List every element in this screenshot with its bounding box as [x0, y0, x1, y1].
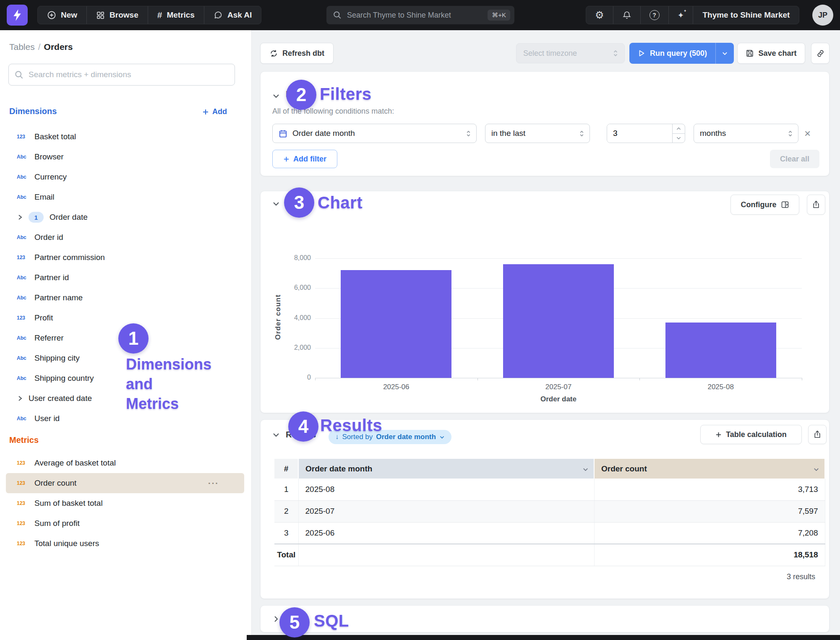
clear-all-button[interactable]: Clear all: [770, 150, 819, 168]
fields-search[interactable]: [8, 64, 235, 86]
sidebar-item-partner-name[interactable]: AbcPartner name: [0, 288, 252, 308]
remove-filter-button[interactable]: ×: [804, 128, 811, 139]
breadcrumb-current: Orders: [44, 42, 73, 52]
filter-value-field[interactable]: [607, 124, 672, 143]
metric-cell[interactable]: 7,208: [594, 522, 825, 544]
bar-chart: Order count Order date 02,0004,0006,0008…: [261, 191, 829, 413]
field-label: Order date: [50, 213, 88, 222]
filter-field-select[interactable]: Order date month: [272, 124, 477, 143]
notifications-button[interactable]: [613, 6, 641, 24]
stepper-down-button[interactable]: [673, 134, 685, 143]
search-icon: [333, 11, 342, 19]
metrics-button[interactable]: # Metrics: [148, 6, 204, 24]
sidebar-item-partner-id[interactable]: AbcPartner id: [0, 268, 252, 288]
metric-cell[interactable]: 7,597: [594, 500, 825, 522]
y-tick-label: 2,000: [273, 344, 311, 351]
results-table-body: 12025-083,71322025-077,59732025-067,208T…: [274, 479, 825, 566]
dimension-cell[interactable]: 2025-07: [298, 500, 594, 522]
annotation-label-3: Chart: [318, 193, 363, 212]
number-field-icon: 123: [17, 520, 29, 526]
chevron-down-icon[interactable]: [813, 466, 819, 475]
sidebar-item-browser[interactable]: AbcBrowser: [0, 147, 252, 167]
stepper-up-button[interactable]: [673, 124, 685, 134]
sidebar-item-order-id[interactable]: AbcOrder id: [0, 227, 252, 247]
expand-sql-chevron[interactable]: [272, 615, 280, 623]
ask-ai-button[interactable]: Ask AI: [204, 6, 261, 24]
chat-sparkle-icon: [214, 10, 223, 20]
sidebar-item-currency[interactable]: AbcCurrency: [0, 167, 252, 187]
chevron-down-icon: [439, 434, 445, 440]
app-logo[interactable]: [7, 5, 28, 26]
settings-button[interactable]: ⚙: [586, 6, 613, 24]
collapse-results-chevron[interactable]: [272, 431, 280, 439]
refresh-dbt-button[interactable]: Refresh dbt: [260, 43, 334, 64]
browse-button[interactable]: Browse: [87, 6, 148, 24]
fields-search-input[interactable]: [29, 70, 229, 79]
plus-circle-icon: [47, 10, 56, 20]
table-row[interactable]: 12025-083,713: [274, 479, 825, 500]
metrics-header: Metrics: [9, 435, 39, 445]
gear-icon: ⚙: [595, 9, 604, 21]
table-row[interactable]: 32025-067,208: [274, 522, 825, 544]
sidebar-item-sum-of-basket-total[interactable]: 123Sum of basket total: [0, 493, 252, 513]
user-avatar[interactable]: JP: [812, 5, 833, 26]
chevron-down-icon[interactable]: [582, 466, 589, 475]
table-row[interactable]: 22025-077,597: [274, 500, 825, 522]
timezone-select[interactable]: Select timezone: [516, 43, 625, 63]
metric-cell[interactable]: 3,713: [594, 479, 825, 500]
field-label: Partner id: [34, 273, 69, 282]
sidebar-item-email[interactable]: AbcEmail: [0, 187, 252, 207]
field-label: Referrer: [34, 333, 64, 343]
save-icon: [746, 49, 754, 57]
dimension-cell[interactable]: 2025-06: [298, 522, 594, 544]
save-chart-button[interactable]: Save chart: [737, 43, 805, 64]
sidebar-item-order-date[interactable]: 1Order date: [0, 207, 252, 227]
annotation-label-2: Filters: [320, 85, 372, 104]
number-field-icon: 123: [17, 541, 29, 546]
collapse-filters-chevron[interactable]: [272, 92, 280, 100]
export-results-button[interactable]: [808, 425, 827, 444]
chevron-right-icon: [17, 214, 24, 221]
sidebar-item-partner-commission[interactable]: 123Partner commission: [0, 247, 252, 268]
bar-2025-06[interactable]: [341, 270, 451, 378]
field-menu-icon[interactable]: ···: [208, 479, 219, 488]
search-icon: [15, 70, 23, 79]
field-label: Partner name: [34, 293, 83, 302]
new-button[interactable]: New: [38, 6, 87, 24]
field-label: Currency: [34, 172, 67, 182]
add-dimension-button[interactable]: Add: [202, 107, 227, 116]
bar-2025-07[interactable]: [503, 264, 614, 378]
dimension-column-header[interactable]: Order date month: [298, 459, 594, 479]
table-calculation-button[interactable]: Table calculation: [700, 425, 802, 444]
filter-unit-select[interactable]: months: [694, 124, 798, 143]
grid-icon: [96, 11, 105, 20]
sidebar-item-order-count[interactable]: 123Order count···: [6, 473, 244, 493]
metric-column-header[interactable]: Order count: [594, 459, 825, 479]
dimension-cell[interactable]: 2025-08: [298, 479, 594, 500]
add-filter-button[interactable]: Add filter: [272, 150, 337, 168]
global-search[interactable]: ⌘+K: [326, 6, 514, 24]
field-label: Email: [34, 193, 55, 202]
ai-sparkles-button[interactable]: ✦✦: [669, 6, 694, 24]
share-link-button[interactable]: [811, 43, 830, 64]
sidebar-item-sum-of-profit[interactable]: 123Sum of profit: [0, 513, 252, 533]
sidebar-item-basket-total[interactable]: 123Basket total: [0, 127, 252, 147]
breadcrumb-separator: /: [35, 42, 44, 52]
org-switcher[interactable]: Thyme to Shine Market: [693, 6, 799, 24]
breadcrumb-tables-link[interactable]: Tables: [9, 42, 35, 52]
play-icon: [638, 49, 645, 57]
number-field-icon: 123: [17, 460, 29, 466]
number-field-icon: 123: [17, 500, 29, 506]
sidebar-item-total-unique-users[interactable]: 123Total unique users: [0, 533, 252, 554]
plus-icon: [715, 432, 722, 438]
run-query-dropdown[interactable]: [715, 43, 734, 64]
bar-2025-08[interactable]: [665, 323, 776, 378]
breadcrumb: Tables/Orders: [9, 42, 73, 52]
filter-operator-select[interactable]: in the last: [485, 124, 590, 143]
run-query-button[interactable]: Run query (500): [629, 43, 734, 64]
global-search-input[interactable]: [347, 11, 482, 20]
help-button[interactable]: ?: [641, 6, 669, 24]
number-field-icon: 123: [17, 315, 29, 321]
calendar-icon: [279, 129, 287, 138]
sidebar-item-average-of-basket-total[interactable]: 123Average of basket total: [0, 453, 252, 473]
